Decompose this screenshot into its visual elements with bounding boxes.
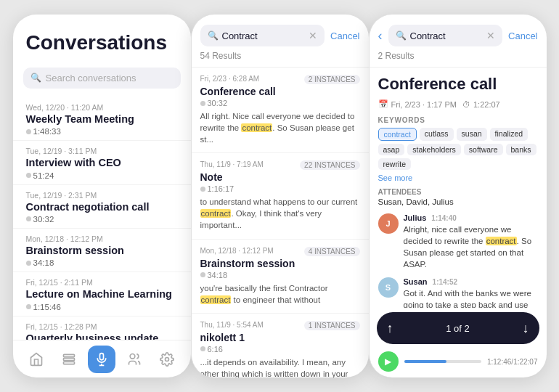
- svg-point-7: [166, 357, 169, 361]
- see-more-button[interactable]: See more: [378, 173, 538, 182]
- progress-bar[interactable]: [404, 360, 481, 363]
- panel1-header: Conversations: [13, 15, 191, 60]
- search-icon: 🔍: [208, 30, 219, 41]
- conv-title: Lecture on Machine Learning: [26, 288, 178, 301]
- result-snippet: All right. Nice call everyone we decided…: [200, 110, 360, 145]
- result-item[interactable]: Thu, 11/9 · 7:19 AM 22 INSTANCES Note 1:…: [192, 153, 369, 239]
- conv-duration: 1:48:33: [26, 127, 178, 136]
- bottom-navigation: [13, 340, 191, 377]
- dot-icon: [26, 261, 31, 266]
- keyword-tag[interactable]: finalized: [490, 128, 529, 141]
- svg-rect-3: [100, 353, 104, 359]
- conversation-item[interactable]: Mon, 12/18 · 12:12 PM Brainstorm session…: [13, 229, 191, 272]
- keyword-tag[interactable]: stakeholders: [407, 144, 461, 155]
- search-clear-icon[interactable]: ✕: [309, 30, 317, 41]
- dot-icon: [200, 272, 205, 277]
- conv-title: Interview with CEO: [26, 157, 178, 169]
- nav-list-icon[interactable]: [55, 346, 83, 373]
- p3-search-row: ‹ 🔍 Contract ✕ Cancel: [378, 25, 538, 46]
- conv-title: Brainstorm session: [26, 245, 178, 257]
- keyword-tag[interactable]: asap: [378, 144, 405, 155]
- p3-search-box[interactable]: 🔍 Contract ✕: [388, 25, 503, 46]
- nav-settings-icon[interactable]: [153, 346, 181, 373]
- result-date: Mon, 12/18 · 12:12 PM: [200, 247, 274, 255]
- result-item[interactable]: Thu, 11/9 · 5:54 AM 1 INSTANCES nikolett…: [192, 314, 369, 377]
- result-duration: 6:16: [200, 345, 360, 354]
- progress-fill: [404, 360, 447, 363]
- keyword-tag[interactable]: cutlass: [420, 128, 454, 141]
- attendees-text: Susan, David, Julius: [378, 197, 538, 206]
- dot-icon: [200, 187, 205, 192]
- keyword-tag[interactable]: contract: [378, 128, 417, 141]
- transcript-time: 1:14:40: [431, 214, 456, 222]
- conversation-item[interactable]: Wed, 12/20 · 11:20 AM Weekly Team Meetin…: [13, 97, 191, 141]
- result-item[interactable]: Fri, 2/23 · 6:28 AM 2 INSTANCES Conferen…: [192, 68, 369, 153]
- panel3-header: ‹ 🔍 Contract ✕ Cancel 2 Results: [370, 15, 547, 68]
- result-meta: Thu, 11/9 · 5:54 AM 1 INSTANCES: [200, 321, 360, 330]
- svg-point-6: [130, 354, 135, 359]
- result-duration: 34:18: [200, 271, 360, 279]
- play-button[interactable]: ▶: [378, 351, 399, 372]
- dot-icon: [200, 346, 205, 351]
- p3-search-clear-icon[interactable]: ✕: [486, 30, 495, 41]
- prev-match-button[interactable]: ↑: [387, 321, 393, 336]
- p3-cancel-button[interactable]: Cancel: [508, 30, 537, 41]
- result-instances: 2 INSTANCES: [304, 75, 360, 84]
- result-date: Fri, 2/23 · 6:28 AM: [200, 75, 260, 83]
- result-meta: Thu, 11/9 · 7:19 AM 22 INSTANCES: [200, 160, 360, 170]
- nav-home-icon[interactable]: [23, 346, 50, 373]
- transcript-text: Got it. And with the banks we were going…: [404, 287, 538, 308]
- keyword-tag[interactable]: rewrite: [378, 158, 412, 170]
- next-match-button[interactable]: ↓: [523, 321, 529, 336]
- conversation-item[interactable]: Tue, 12/19 · 2:31 PM Contract negotiatio…: [13, 185, 191, 229]
- conv-meta: Wed, 12/20 · 11:20 AM: [26, 103, 178, 112]
- cancel-button[interactable]: Cancel: [330, 30, 359, 41]
- dot-icon: [26, 216, 31, 221]
- result-meta: Mon, 12/18 · 12:12 PM 4 INSTANCES: [200, 247, 360, 256]
- nav-microphone-icon[interactable]: [88, 346, 115, 373]
- back-button[interactable]: ‹: [378, 28, 383, 44]
- result-snippet: you're basically the first Contractor co…: [200, 282, 360, 306]
- search-result-list: Fri, 2/23 · 6:28 AM 2 INSTANCES Conferen…: [192, 68, 369, 377]
- search-conversations-bar[interactable]: 🔍 Search conversations: [23, 68, 181, 89]
- conv-title: Quarterly business update webcast: [26, 332, 178, 340]
- search-row: 🔍 Contract ✕ Cancel: [200, 25, 360, 46]
- result-title: Note: [200, 171, 360, 183]
- keyword-tag[interactable]: software: [464, 144, 503, 155]
- conv-meta: Tue, 12/19 · 3:11 PM: [26, 147, 178, 155]
- result-snippet: to understand what happens to our curren…: [200, 196, 360, 231]
- result-instances: 22 INSTANCES: [300, 160, 359, 170]
- detail-meta: 📅 Fri, 2/23 · 1:17 PM ⏱ 1:22:07: [378, 99, 538, 109]
- search-query: Contract: [222, 30, 258, 41]
- keywords-container: contractcutlasssusanfinalizedasapstakeho…: [378, 128, 538, 170]
- result-title: nikolett 1: [200, 332, 360, 343]
- conversation-item[interactable]: Fri, 12/15 · 12:28 PM Quarterly business…: [13, 317, 191, 340]
- conversation-list: Wed, 12/20 · 11:20 AM Weekly Team Meetin…: [13, 94, 191, 340]
- conversation-item[interactable]: Fri, 12/15 · 2:11 PM Lecture on Machine …: [13, 272, 191, 316]
- dot-icon: [26, 173, 31, 178]
- keyword-tag[interactable]: banks: [506, 144, 536, 155]
- result-instances: 4 INSTANCES: [304, 247, 360, 256]
- result-snippet: ...it depends on availability. I mean, a…: [200, 356, 360, 377]
- result-instances: 1 INSTANCES: [304, 321, 360, 330]
- panel2-header: 🔍 Contract ✕ Cancel 54 Results: [192, 15, 369, 68]
- conv-meta: Fri, 12/15 · 2:11 PM: [26, 278, 178, 287]
- keyword-tag[interactable]: susan: [457, 128, 487, 141]
- clock-icon: ⏱: [462, 100, 470, 109]
- dot-icon: [26, 304, 31, 309]
- p3-search-query: Contract: [410, 30, 446, 41]
- result-item[interactable]: Mon, 12/18 · 12:12 PM 4 INSTANCES Brains…: [192, 240, 369, 314]
- result-duration: 30:32: [200, 99, 360, 107]
- conv-title: Contract negotiation call: [26, 201, 178, 213]
- conversation-item[interactable]: Tue, 12/19 · 3:11 PM Interview with CEO …: [13, 141, 191, 184]
- nav-people-icon[interactable]: [121, 346, 148, 373]
- svg-rect-1: [64, 358, 75, 360]
- conv-duration: 51:24: [26, 171, 178, 180]
- search-box[interactable]: 🔍 Contract ✕: [200, 25, 325, 46]
- search-results-panel: 🔍 Contract ✕ Cancel 54 Results Fri, 2/23…: [191, 15, 369, 377]
- attendees-label: ATTENDEES: [378, 188, 538, 196]
- speaker-name: Susan 1:14:52: [404, 277, 538, 286]
- transcript-item: S Susan 1:14:52 Got it. And with the ban…: [378, 277, 538, 308]
- transcript-container: J Julius 1:14:40 Alright, nice call ever…: [378, 213, 538, 308]
- transcript-time: 1:14:52: [433, 278, 457, 286]
